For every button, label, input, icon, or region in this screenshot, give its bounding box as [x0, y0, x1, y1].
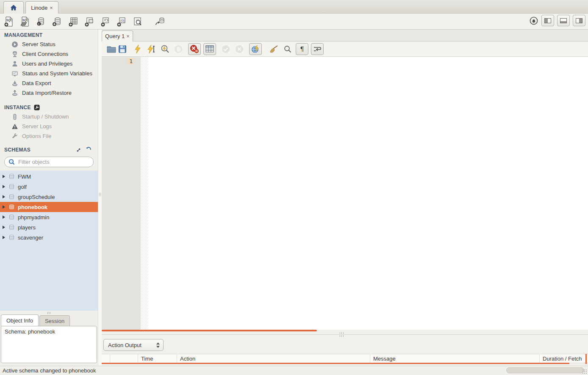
window-tab-bar: Linode ×	[0, 0, 588, 14]
schema-row-groupSchedule[interactable]: groupSchedule	[0, 192, 98, 202]
toggle-left-panel-button[interactable]	[541, 15, 554, 26]
toggle-autocommit-button[interactable]	[249, 43, 262, 55]
sidebar-item-status-system-variables[interactable]: Status and System Variables	[0, 69, 98, 78]
tab-object-info[interactable]: Object Info	[1, 314, 39, 326]
rollback-button[interactable]	[234, 44, 245, 54]
output-col-action: Action	[177, 354, 370, 363]
output-view-selector[interactable]: Action Output	[103, 339, 164, 351]
execute-button[interactable]	[132, 44, 143, 54]
sidebar-item-users-and-privileges[interactable]: Users and Privileges	[0, 59, 98, 69]
spinner-icon	[156, 342, 160, 348]
create-schema-icon[interactable]	[52, 16, 63, 27]
svg-text:i: i	[39, 22, 39, 25]
save-script-button[interactable]	[117, 44, 128, 54]
sidebar-item-data-import[interactable]: Data Import/Restore	[0, 88, 98, 98]
search-table-data-icon[interactable]	[132, 16, 143, 27]
schema-row-golf[interactable]: golf	[0, 182, 98, 192]
toggle-right-panel-button[interactable]	[573, 15, 585, 26]
object-info-panel: Schema: phonebook	[1, 326, 97, 363]
output-col-status	[102, 354, 110, 363]
close-icon[interactable]: ×	[50, 5, 53, 11]
server-status-icon	[11, 41, 18, 48]
create-view-icon[interactable]	[84, 16, 95, 27]
expander-icon[interactable]	[3, 175, 5, 178]
sidebar-item-data-export[interactable]: Data Export	[0, 78, 98, 88]
sidebar-item-server-logs[interactable]: Server Logs	[0, 121, 98, 131]
output-panel: Action Output Time Action Message Durati…	[102, 337, 588, 366]
output-splitter[interactable]	[102, 332, 588, 337]
beautify-button[interactable]	[269, 44, 280, 54]
editor-hscrollbar-thumb[interactable]	[102, 330, 317, 331]
window-resize-grip[interactable]	[582, 369, 587, 374]
sidebar-item-server-status[interactable]: Server Status	[0, 39, 98, 49]
sql-editor-canvas[interactable]: 1	[102, 57, 588, 330]
close-icon[interactable]: ×	[126, 33, 130, 39]
schema-filter-input[interactable]	[17, 158, 94, 165]
schema-row-FWM[interactable]: FWM	[0, 171, 98, 182]
info-panel-splitter[interactable]	[0, 311, 98, 314]
query-tab[interactable]: Query 1 ×	[102, 30, 133, 41]
expander-icon[interactable]	[3, 195, 5, 199]
expander-icon[interactable]	[3, 236, 5, 239]
schema-row-phpmyadmin[interactable]: phpmyadmin	[0, 212, 98, 222]
sidebar-item-client-connections[interactable]: Client Connections	[0, 49, 98, 59]
svg-text:SQL: SQL	[22, 19, 28, 22]
svg-text:{0}: {0}	[120, 19, 125, 22]
schema-filter[interactable]	[4, 157, 94, 167]
connection-tab[interactable]: Linode ×	[25, 1, 58, 14]
show-invisibles-button[interactable]: ¶	[296, 43, 308, 55]
expander-icon[interactable]	[3, 205, 5, 209]
svg-text:SQL: SQL	[6, 19, 12, 22]
output-vscrollbar-thumb[interactable]	[585, 354, 587, 364]
toggle-bottom-panel-button[interactable]	[557, 15, 570, 26]
schema-row-phonebook-selected[interactable]: phonebook	[0, 202, 98, 212]
sidebar-splitter[interactable]	[98, 30, 102, 366]
sidebar-item-options-file[interactable]: Options File	[0, 131, 98, 141]
open-script-button[interactable]	[106, 44, 117, 54]
info-panel-tabs: Object Info Session	[0, 314, 98, 326]
limit-rows-button[interactable]	[203, 43, 216, 55]
create-table-icon[interactable]	[68, 16, 79, 27]
expand-schemas-icon[interactable]	[75, 147, 82, 153]
expander-icon[interactable]	[3, 215, 5, 219]
output-col-time: Time	[138, 354, 177, 363]
schema-row-scavenger[interactable]: scavenger	[0, 232, 98, 243]
expander-icon[interactable]	[3, 226, 5, 229]
sidebar: MANAGEMENT Server Status Client Connecti…	[0, 30, 98, 366]
bottom-hscrollbar-thumb[interactable]	[506, 367, 584, 373]
item-label: Users and Privileges	[22, 61, 72, 67]
line-number: 1	[128, 58, 134, 64]
monitor-icon	[11, 70, 18, 77]
output-hscrollbar-thumb[interactable]	[102, 363, 569, 364]
create-function-icon[interactable]: {0}	[116, 16, 127, 27]
home-tab[interactable]	[3, 1, 24, 14]
explain-button[interactable]	[159, 44, 170, 54]
open-sql-script-icon[interactable]: SQL	[19, 16, 31, 27]
stop-button[interactable]	[173, 44, 184, 54]
find-button[interactable]	[282, 44, 293, 54]
status-bar: Active schema changed to phonebook	[0, 366, 588, 375]
refresh-schemas-icon[interactable]	[85, 147, 92, 153]
connection-tab-label: Linode	[31, 5, 47, 11]
expander-icon[interactable]	[3, 185, 5, 188]
object-info-text: Schema: phonebook	[5, 328, 55, 335]
execute-current-statement-button[interactable]	[146, 44, 157, 54]
bottom-panel-icon	[560, 18, 567, 23]
database-info-icon[interactable]: i	[36, 16, 47, 27]
tab-session[interactable]: Session	[39, 315, 70, 326]
notification-bell-icon[interactable]	[529, 16, 538, 26]
wrap-text-button[interactable]	[311, 43, 324, 55]
output-view-label: Action Output	[108, 342, 141, 348]
sidebar-item-startup-shutdown[interactable]: Startup / Shutdown	[0, 112, 98, 121]
schema-icon	[8, 224, 15, 230]
reconnect-dbms-icon[interactable]	[154, 16, 165, 27]
create-procedure-icon[interactable]	[100, 16, 111, 27]
item-label: Data Export	[22, 80, 51, 86]
output-table-header: Time Action Message Duration / Fetch	[102, 354, 588, 363]
new-sql-tab-icon[interactable]: SQL	[3, 16, 14, 27]
export-icon	[11, 80, 18, 87]
toggle-stop-on-error-button[interactable]	[188, 43, 201, 55]
schema-row-players[interactable]: players	[0, 222, 98, 232]
commit-button[interactable]	[220, 44, 231, 54]
instance-section-header: INSTANCE	[0, 102, 98, 112]
